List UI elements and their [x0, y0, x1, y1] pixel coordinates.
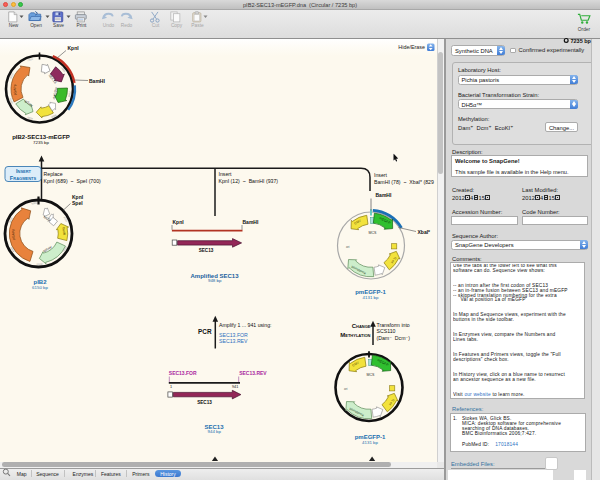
svg-text:SpeI: SpeI: [72, 200, 83, 206]
svg-text:944 bp: 944 bp: [208, 429, 222, 434]
svg-text:pGAPp: pGAPp: [11, 229, 15, 240]
svg-text:BsdR: BsdR: [62, 227, 67, 236]
svg-text:ori: ori: [346, 245, 350, 249]
svg-text:3000: 3000: [36, 262, 42, 266]
svg-text:Change: Change: [352, 323, 371, 329]
svg-text:Methylation: Methylation: [340, 332, 370, 338]
svg-text:PCR: PCR: [198, 328, 212, 335]
svg-text:Fragments: Fragments: [10, 175, 37, 181]
svg-text:XbaI*: XbaI*: [418, 229, 431, 235]
svg-text:Insert: Insert: [219, 171, 233, 177]
svg-text:BamHI: BamHI: [243, 219, 259, 225]
svg-text:4131 bp: 4131 bp: [363, 295, 379, 300]
svg-text:SEC13.REV: SEC13.REV: [219, 338, 248, 344]
svg-text:BamHI (78) ~ XbaI* (829: BamHI (78) ~ XbaI* (829: [374, 179, 434, 185]
svg-text:SEC13: SEC13: [199, 248, 214, 253]
svg-text:Amplify 1 ... 941 using:: Amplify 1 ... 941 using:: [219, 322, 271, 328]
svg-text:KpnI (689) ~ SpeI (700): KpnI (689) ~ SpeI (700): [44, 178, 102, 184]
svg-text:Replace: Replace: [44, 171, 63, 177]
svg-text:Insert: Insert: [374, 172, 388, 178]
svg-text:6150 bp: 6150 bp: [32, 285, 48, 290]
svg-text:KpnI (12) ~ BamHI (937): KpnI (12) ~ BamHI (937): [219, 178, 279, 184]
svg-text:SEC13.REV: SEC13.REV: [239, 370, 267, 376]
svg-text:Hide/Erase: Hide/Erase: [398, 44, 425, 50]
svg-text:BamHI: BamHI: [89, 78, 105, 84]
svg-text:(Dam⁻ Dcm⁻): (Dam⁻ Dcm⁻): [377, 335, 411, 341]
svg-text:MCS: MCS: [367, 373, 376, 377]
svg-text:4131 bp: 4131 bp: [362, 440, 378, 445]
svg-text:Insert: Insert: [16, 168, 32, 174]
svg-text:MCS: MCS: [369, 231, 378, 235]
svg-text:BamHI: BamHI: [376, 192, 392, 198]
svg-text:SEC13.FOR: SEC13.FOR: [169, 370, 197, 376]
svg-text:1: 1: [170, 385, 172, 389]
svg-text:SCS110: SCS110: [377, 328, 396, 334]
svg-text:7235 bp: 7235 bp: [571, 38, 592, 44]
svg-text:941: 941: [232, 385, 238, 389]
svg-text:ori: ori: [344, 387, 348, 391]
svg-text:SEC13: SEC13: [197, 400, 212, 405]
svg-text:KpnI: KpnI: [173, 219, 185, 225]
svg-text:948 bp: 948 bp: [208, 278, 222, 283]
svg-text:pGAPp: pGAPp: [13, 84, 17, 95]
svg-text:7235 bp: 7235 bp: [33, 140, 49, 145]
